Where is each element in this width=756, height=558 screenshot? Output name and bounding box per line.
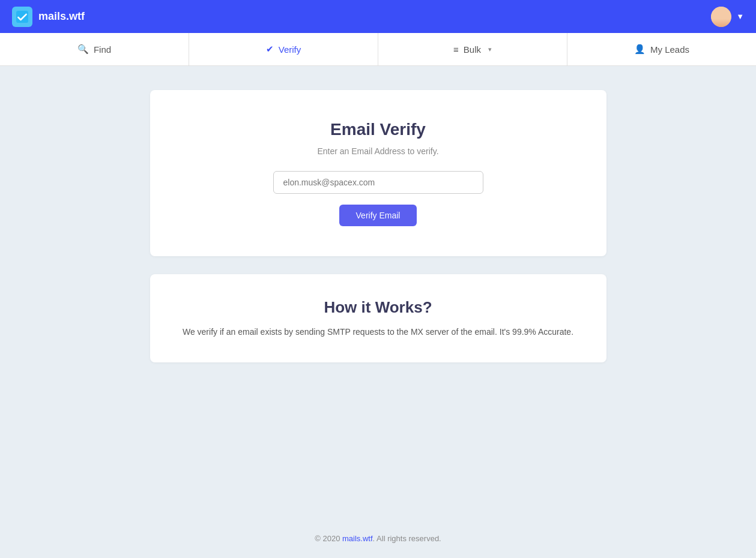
how-it-works-title: How it Works? — [174, 298, 582, 317]
brand-logo-link[interactable]: mails.wtf — [12, 7, 85, 27]
email-input[interactable] — [273, 171, 483, 194]
how-it-works-card: How it Works? We verify if an email exis… — [150, 274, 606, 362]
my-leads-icon: 👤 — [634, 44, 646, 55]
verify-icon: ✔ — [266, 44, 274, 55]
footer-link[interactable]: mails.wtf — [342, 534, 373, 543]
tab-bulk[interactable]: ≡ Bulk ▾ — [378, 33, 567, 65]
find-icon: 🔍 — [77, 44, 89, 55]
brand-name: mails.wtf — [38, 10, 85, 23]
tab-verify[interactable]: ✔ Verify — [189, 33, 378, 65]
verify-email-button[interactable]: Verify Email — [339, 205, 417, 226]
tab-find[interactable]: 🔍 Find — [0, 33, 189, 65]
avatar-face — [711, 7, 731, 27]
navbar-right: ▼ — [711, 7, 744, 27]
tab-my-leads[interactable]: 👤 My Leads — [567, 33, 756, 65]
tab-bulk-label: Bulk — [464, 44, 481, 55]
how-it-works-description: We verify if an email exists by sending … — [174, 325, 582, 338]
verify-card: Email Verify Enter an Email Address to v… — [150, 90, 606, 256]
tab-my-leads-label: My Leads — [650, 44, 689, 55]
verify-card-title: Email Verify — [174, 120, 582, 139]
footer-copyright: © 2020 — [315, 534, 342, 543]
verify-card-subtitle: Enter an Email Address to verify. — [174, 146, 582, 156]
tab-find-label: Find — [94, 44, 111, 55]
bulk-icon: ≡ — [453, 44, 459, 55]
nav-tabs: 🔍 Find ✔ Verify ≡ Bulk ▾ 👤 My Leads — [0, 33, 756, 66]
avatar[interactable] — [711, 7, 731, 27]
footer: © 2020 mails.wtf. All rights reserved. — [0, 522, 756, 555]
footer-suffix: . All rights reserved. — [373, 534, 441, 543]
main-content: Email Verify Enter an Email Address to v… — [0, 66, 756, 522]
avatar-dropdown-arrow[interactable]: ▼ — [736, 12, 744, 21]
brand-logo-icon — [12, 7, 32, 27]
navbar: mails.wtf ▼ — [0, 0, 756, 33]
tab-verify-label: Verify — [279, 44, 301, 55]
bulk-chevron-icon: ▾ — [488, 46, 492, 53]
